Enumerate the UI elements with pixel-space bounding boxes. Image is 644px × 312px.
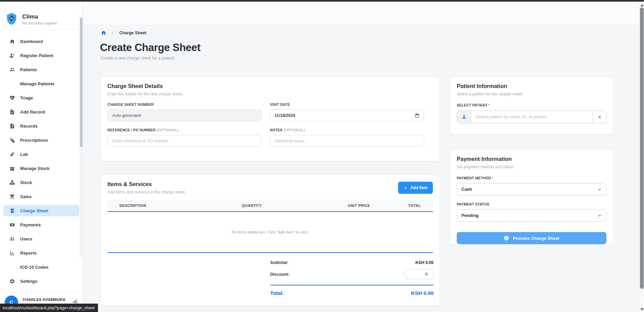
receipt-icon <box>9 208 15 214</box>
sidebar-item-lab[interactable]: Lab <box>3 148 79 160</box>
items-table-header: DESCRIPTION QUANTITY UNIT PRICE TOTAL <box>107 200 433 212</box>
sidebar-item-label: Patients <box>20 67 37 72</box>
sidebar-item-register-patient[interactable]: Register Patient <box>3 50 79 61</box>
visit-date-value: 11/18/2025 <box>275 113 295 118</box>
brand-name: Clima <box>22 13 57 20</box>
items-empty-message: No items added yet. Click "Add Item" to … <box>107 212 433 253</box>
chevron-down-icon <box>597 187 602 191</box>
scroll-down-arrow[interactable] <box>640 308 644 311</box>
clear-patient-button[interactable] <box>593 111 606 123</box>
charge-sheet-number-label: CHARGE SHEET NUMBER <box>107 102 261 106</box>
process-button-label: Process Charge Sheet <box>513 236 559 241</box>
payment-method-value: Cash <box>461 187 472 192</box>
money-icon <box>9 222 15 228</box>
subtotal-value: KSH 0.00 <box>415 260 434 265</box>
sidebar-item-label: Records <box>20 124 38 129</box>
gear-icon <box>9 278 15 284</box>
card-subtitle: Set payment method and status. <box>457 165 606 169</box>
payment-method-label: PAYMENT METHOD* <box>457 176 606 180</box>
column-quantity: QUANTITY <box>242 204 319 208</box>
sidebar-item-label: Users <box>20 236 32 241</box>
sidebar-item-label: Prescriptions <box>20 138 48 143</box>
main-top-strip <box>83 2 639 25</box>
patient-information-card: Patient Information Select a patient for… <box>450 77 613 134</box>
reference-input[interactable] <box>107 135 261 147</box>
card-subtitle: Add items and services to the charge she… <box>107 190 186 194</box>
sidebar-item-add-record[interactable]: Add Record <box>3 106 79 118</box>
heart-pulse-icon <box>9 95 15 101</box>
sidebar-item-label: Charge Sheet <box>20 208 48 213</box>
pills-icon <box>9 137 15 143</box>
sidebar-item-payments[interactable]: Payments <box>3 219 79 230</box>
check-circle-icon <box>504 235 509 241</box>
file-plus-icon <box>9 123 15 129</box>
sidebar-item-stock[interactable]: Stock <box>3 177 79 188</box>
breadcrumb-separator: > <box>112 31 114 35</box>
person-icon <box>461 114 467 120</box>
sidebar-scrollbar[interactable] <box>80 15 83 258</box>
sidebar-item-dashboard[interactable]: Dashboard <box>3 36 79 47</box>
card-title: Patient Information <box>457 83 606 89</box>
sidebar-item-charge-sheet[interactable]: Charge Sheet <box>3 205 79 216</box>
close-icon <box>597 115 602 119</box>
patient-search-input[interactable] <box>471 111 593 123</box>
sidebar-item-reports[interactable]: Reports <box>3 247 79 259</box>
sidebar-scrollbar-thumb[interactable] <box>80 18 83 147</box>
reference-label: REFERENCE / PO NUMBER (OPTIONAL) <box>107 128 261 132</box>
boxes-icon <box>9 180 15 185</box>
visit-date-field[interactable]: 11/18/2025 <box>270 109 424 121</box>
card-title: Charge Sheet Details <box>107 83 433 89</box>
sidebar-nav: Dashboard Register Patient Patients Mana… <box>0 30 83 287</box>
sidebar-item-icd10-codes[interactable]: ICD-10 Codes <box>3 261 79 273</box>
test-tube-icon <box>9 151 15 157</box>
totals-divider <box>270 285 434 285</box>
box-icon <box>9 166 15 171</box>
sidebar-item-prescriptions[interactable]: Prescriptions <box>3 134 79 146</box>
home-icon[interactable] <box>101 30 106 36</box>
sidebar-item-manage-stock[interactable]: Manage Stock <box>3 163 79 174</box>
add-item-label: Add Item <box>410 185 428 190</box>
scroll-up-arrow[interactable] <box>640 4 644 6</box>
sidebar-item-label: Manage Patients <box>20 81 55 86</box>
breadcrumb-current: Charge Sheet <box>119 31 146 35</box>
charge-sheet-details-card: Charge Sheet Details Enter the details f… <box>100 77 440 162</box>
payment-information-card: Payment Information Set payment method a… <box>450 149 613 244</box>
sidebar-item-label: Add Record <box>20 109 45 115</box>
search-addon <box>457 111 471 123</box>
sidebar-item-sales[interactable]: Sales <box>3 191 79 202</box>
user-name: CHARLES NYAMBURA <box>22 298 67 302</box>
card-subtitle: Select a patient for this charge sheet. <box>457 92 606 96</box>
payment-method-select[interactable]: Cash <box>457 183 606 195</box>
add-item-button[interactable]: Add Item <box>398 182 433 194</box>
sidebar-item-records[interactable]: Records <box>3 120 79 132</box>
total-label: Total: <box>270 290 284 296</box>
discount-input[interactable] <box>404 269 434 279</box>
sidebar-item-users[interactable]: Users <box>3 233 79 244</box>
people-icon <box>9 67 15 73</box>
sidebar-item-manage-patients[interactable]: Manage Patients <box>3 78 79 89</box>
sidebar-item-patients[interactable]: Patients <box>3 64 79 75</box>
sidebar-item-triage[interactable]: Triage <box>3 92 79 103</box>
notes-input[interactable] <box>270 135 424 147</box>
sidebar-item-label: Stock <box>20 180 32 185</box>
sidebar-item-label: Triage <box>20 95 33 100</box>
payment-status-select[interactable]: Pending <box>457 209 606 222</box>
column-description: DESCRIPTION <box>107 204 242 208</box>
plus-icon <box>403 186 408 190</box>
page-scrollbar[interactable] <box>639 2 644 312</box>
card-title: Payment Information <box>457 156 606 162</box>
column-total: TOTAL <box>370 204 433 208</box>
main-content: > Charge Sheet Create Charge Sheet Creat… <box>83 2 639 312</box>
page-scrollbar-thumb[interactable] <box>640 7 644 289</box>
card-subtitle: Enter the details for the new charge she… <box>107 92 433 96</box>
charge-sheet-number-field <box>107 109 261 121</box>
brand-tagline: We are better together <box>22 21 57 25</box>
window-top-bar <box>0 0 644 2</box>
status-bar-url: localhost/vs/dashboard.php?page=charge_s… <box>0 304 98 312</box>
process-charge-sheet-button[interactable]: Process Charge Sheet <box>457 232 606 244</box>
people-icon <box>9 236 15 242</box>
payment-status-value: Pending <box>461 213 479 218</box>
sidebar-item-settings[interactable]: Settings <box>3 275 79 287</box>
sidebar-item-label: Settings <box>20 279 37 284</box>
card-title: Items & Services <box>107 181 186 187</box>
